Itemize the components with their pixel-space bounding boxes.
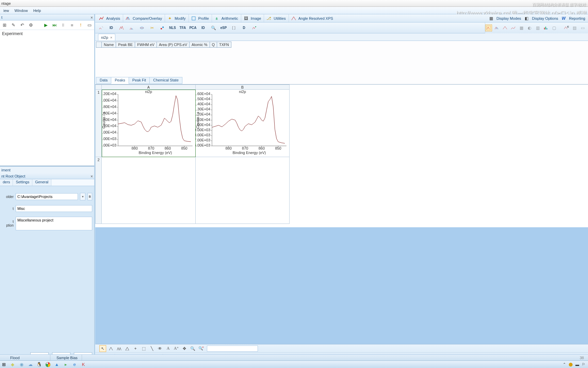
tray-chevron-icon[interactable]: ⌃ [563,362,566,367]
arithmetic-label[interactable]: Arithmetic [221,16,239,20]
line-tool[interactable]: ╲ [148,345,155,352]
mode-3[interactable] [502,25,508,31]
text-plus-tool[interactable]: A⁺ [173,345,180,352]
tool-pca[interactable]: PCA [189,24,197,32]
col-peak-be[interactable]: Peak BE [116,42,135,48]
row-1[interactable]: 1 [96,90,102,157]
tray-network-icon[interactable]: ⚐ [582,362,585,367]
col-b[interactable]: B [196,85,290,90]
tool-esp[interactable]: eSP [219,24,228,32]
chrome-icon[interactable] [45,362,51,368]
menu-view[interactable]: iew [1,8,12,13]
t-input[interactable] [16,205,92,212]
col-atomic[interactable]: Atomic % [190,42,210,48]
tool-atoms[interactable] [158,24,167,32]
tool-id[interactable]: ID [107,24,116,32]
display-options-label[interactable]: Display Options [531,16,559,20]
chart-cell-a1[interactable]: ni2p2.20E+042.00E+041.80E+041.60E+041.40… [102,90,196,157]
play-skip-icon[interactable]: ⏭ [51,22,58,29]
app-icon-7[interactable]: K [80,362,86,368]
chart-cell-b1[interactable]: ni2p1.60E+041.50E+041.40E+041.30E+041.20… [196,90,290,157]
tree-root-node[interactable]: Experiment [2,31,92,36]
col-q[interactable]: Q [210,42,217,48]
bottom-input[interactable] [207,346,258,352]
move-tool[interactable]: ✥ [181,345,188,352]
single-peak-tool[interactable] [108,345,114,352]
stop-icon[interactable]: ■ [69,22,76,29]
tool-search[interactable]: 🔍 [209,24,218,32]
tree-tab[interactable]: iment [0,166,94,173]
col-txfn[interactable]: TXFN [217,42,231,48]
modify-label[interactable]: Modify [174,16,186,20]
menu-help[interactable]: Help [31,8,44,13]
tab-folders[interactable]: ders [0,179,13,186]
tool-peak[interactable] [117,24,126,32]
gear-icon[interactable]: ⚙ [28,22,34,29]
ie-icon[interactable]: e [71,362,78,368]
tab-settings[interactable]: Settings [13,179,32,186]
pause-icon[interactable]: ⏸ [60,22,67,29]
subtab-data[interactable]: Data [96,77,111,84]
start-icon[interactable]: ⊞ [1,362,7,368]
app-icon-5[interactable]: ▲ [54,362,60,368]
reporting-label[interactable]: Reporting [568,16,586,20]
eye-tool[interactable]: 👁 [157,345,163,352]
chart-cell-a2[interactable] [102,157,196,224]
close-icon[interactable]: × [91,173,93,180]
tab-general[interactable]: General [32,179,51,186]
experiment-tree[interactable]: Experiment [0,30,94,166]
region-tool[interactable] [124,345,131,352]
undo-icon[interactable]: ↶ [19,22,26,29]
tool-1[interactable] [97,24,105,32]
utilities-label[interactable]: Utilities [273,16,286,20]
zoom-out-tool[interactable]: 🔍× [197,345,204,352]
app-icon-6[interactable]: ▸ [63,362,69,368]
app-icon-3[interactable]: ☁ [27,362,33,368]
mode-single-spectrum[interactable] [485,25,492,31]
analysis-label[interactable]: Analysis [105,16,121,20]
tool-tfa[interactable]: TFA [178,24,187,32]
app-icon-1[interactable]: ◆ [10,362,16,368]
menu-window[interactable]: Window [12,8,31,13]
col-area[interactable]: Area (P) CPS.eV [157,42,189,48]
opt-1[interactable]: E [563,25,570,31]
profile-label[interactable]: Profile [198,16,210,20]
arxps-label[interactable]: Angle Resolved XPS [298,16,334,20]
col-fwhm[interactable]: FWHM eV [135,42,157,48]
browse-button[interactable]: B [87,193,92,200]
tool-brackets[interactable] [229,24,238,32]
pencil-icon[interactable]: ✎ [10,22,17,29]
multi-peak-tool[interactable] [116,345,122,352]
row-2[interactable]: 2 [96,157,102,224]
crosshair-tool[interactable]: + [132,345,139,352]
mode-bars[interactable] [542,25,549,31]
text-tool[interactable]: A [165,345,172,352]
subtab-peaks[interactable]: Peaks [111,77,129,84]
desc-input[interactable]: Miscellaneous project [16,217,92,230]
subtab-chemstate[interactable]: Chemical State [149,77,182,84]
tool-d[interactable]: D [240,24,248,32]
tool-nls[interactable]: NLS [168,24,177,32]
selection-tool[interactable]: ⬚ [140,345,147,352]
zoom-in-tool[interactable]: 🔍 [189,345,196,352]
cursor-tool[interactable]: ↖ [99,345,106,352]
tool-scissors[interactable]: ✂ [148,24,157,32]
folder-input[interactable] [16,193,78,200]
book-icon[interactable]: ▭ [86,22,93,29]
tool-id2[interactable]: ID [199,24,208,32]
doc-tab-ni2p[interactable]: ni2p × [98,34,115,41]
compare-label[interactable]: Compare/Overlay [132,16,163,20]
warning-icon[interactable]: ! [78,22,84,29]
app-icon-2[interactable]: ◉ [18,362,24,368]
dropdown-icon[interactable]: ▾ [80,193,85,200]
tool-overlay[interactable] [137,24,146,32]
app-icon-4[interactable]: 🐧 [36,362,42,368]
subtab-peakfit[interactable]: Peak Fit [129,77,150,84]
col-name[interactable]: Name [102,42,116,48]
col-a[interactable]: A [102,85,196,90]
tool-last[interactable] [250,24,259,32]
image-label[interactable]: Image [250,16,262,20]
tray-shield-icon[interactable]: ⬤ [569,362,573,367]
close-icon[interactable]: × [110,35,112,40]
mode-multi[interactable] [493,25,500,31]
